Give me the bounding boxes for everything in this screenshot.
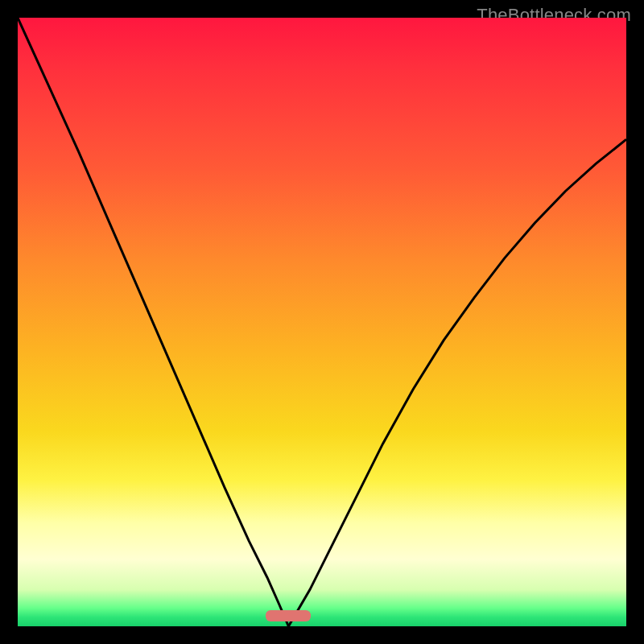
bottleneck-curve (18, 18, 626, 626)
minimum-marker (266, 610, 311, 621)
curve-left-branch (18, 18, 288, 626)
chart-frame (18, 18, 626, 626)
curve-right-branch (288, 139, 626, 626)
